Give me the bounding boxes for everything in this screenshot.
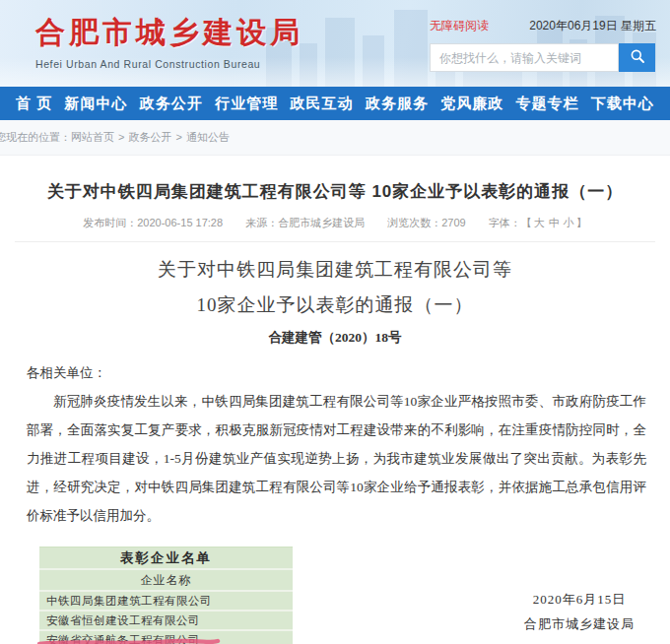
breadcrumb-notices[interactable]: 通知公告 [186,131,230,143]
award-table-title: 表彰企业名单 [39,547,293,568]
site-logo-title: 合肥市城乡建设局 [35,13,303,53]
article-source: 来源：合肥市城乡建设局 [245,217,365,228]
breadcrumb: 您现在的位置：网站首页>政务公开>通知公告 [0,130,230,145]
nav-item-party[interactable]: 党风廉政 [440,95,503,113]
site-logo[interactable]: 合肥市城乡建设局 Hefei Urban And Rural Construct… [35,13,303,70]
breadcrumb-label: 您现在的位置： [0,131,71,143]
main-nav: 首 页 新闻中心 政务公开 行业管理 政民互动 政务服务 党风廉政 专题专栏 下… [0,87,670,120]
breadcrumb-strip: 您现在的位置：网站首页>政务公开>通知公告 [0,120,670,156]
document-body: 各相关单位： 新冠肺炎疫情发生以来，中铁四局集团建筑工程有限公司等10家企业严格… [27,358,646,530]
document-heading: 关于对中铁四局集团建筑工程有限公司等 10家企业予以表彰的通报（一） 合建建管（… [0,257,670,347]
search-button[interactable] [619,43,655,72]
award-table: 表彰企业名单 企业名称 中铁四局集团建筑工程有限公司 安徽省恒创建设工程有限公司… [39,547,293,644]
nav-item-downloads[interactable]: 下载中心 [591,95,654,113]
font-size-control: 字体：【大中小】 [489,217,587,228]
body-paragraph: 新冠肺炎疫情发生以来，中铁四局集团建筑工程有限公司等10家企业严格按照市委、市政… [27,387,646,530]
nav-item-topics[interactable]: 专题专栏 [516,95,579,113]
breadcrumb-separator: > [118,131,124,143]
font-size-large-button[interactable]: 大 [534,217,545,228]
site-header: 合肥市城乡建设局 Hefei Urban And Rural Construct… [0,0,670,87]
view-count: 浏览次数：2709 [387,217,465,228]
breadcrumb-gov-affairs[interactable]: 政务公开 [128,131,171,143]
header-date: 2020年06月19日 星期五 [529,18,656,34]
article-panel: 关于对中铁四局集团建筑工程有限公司等 10家企业予以表彰的通报（一） 发布时间：… [0,156,670,644]
nav-item-industry[interactable]: 行业管理 [215,95,278,113]
header-right: 无障碍阅读 2020年06月19日 星期五 [430,18,656,72]
font-size-medium-button[interactable]: 中 [549,217,560,228]
document-heading-line2: 10家企业予以表彰的通报（一） [0,292,670,318]
signature-date: 2020年6月15日 [524,587,635,612]
nav-item-services[interactable]: 政务服务 [366,95,429,113]
award-table-column-header: 企业名称 [39,568,293,590]
search-input[interactable] [430,43,619,72]
document-number: 合建建管（2020）18号 [0,329,670,347]
meta-divider [15,241,655,242]
search-bar [430,43,656,72]
publish-time: 发布时间：2020-06-15 17:28 [83,217,223,228]
nav-item-news[interactable]: 新闻中心 [65,95,128,113]
article-meta: 发布时间：2020-06-15 17:28 来源：合肥市城乡建设局 浏览次数：2… [0,216,670,230]
document-heading-line1: 关于对中铁四局集团建筑工程有限公司等 [0,257,670,283]
signature-org: 合肥市城乡建设局 [524,612,635,636]
table-row: 安徽省恒创建设工程有限公司 [39,610,293,629]
search-icon [630,48,645,67]
nav-item-interaction[interactable]: 政民互动 [291,95,354,113]
font-size-label: 字体：【 [489,217,532,228]
breadcrumb-separator: > [175,131,181,143]
nav-item-home[interactable]: 首 页 [16,95,52,113]
site-logo-subtitle: Hefei Urban And Rural Construction Burea… [35,58,303,70]
font-size-small-button[interactable]: 小 [564,217,574,228]
nav-item-gov-affairs[interactable]: 政务公开 [140,95,203,113]
page: 合肥市城乡建设局 Hefei Urban And Rural Construct… [0,0,670,644]
font-size-label-close: 】 [576,217,587,228]
table-row: 中铁四局集团建筑工程有限公司 [39,590,293,610]
table-row: 安徽省交通航务工程有限公司 [39,629,293,644]
salutation: 各相关单位： [27,358,646,387]
page-title: 关于对中铁四局集团建筑工程有限公司等 10家企业予以表彰的通报（一） [0,156,670,203]
signature-block: 2020年6月15日 合肥市城乡建设局 [524,587,635,636]
accessibility-link[interactable]: 无障碍阅读 [430,18,489,34]
breadcrumb-home[interactable]: 网站首页 [71,131,114,143]
